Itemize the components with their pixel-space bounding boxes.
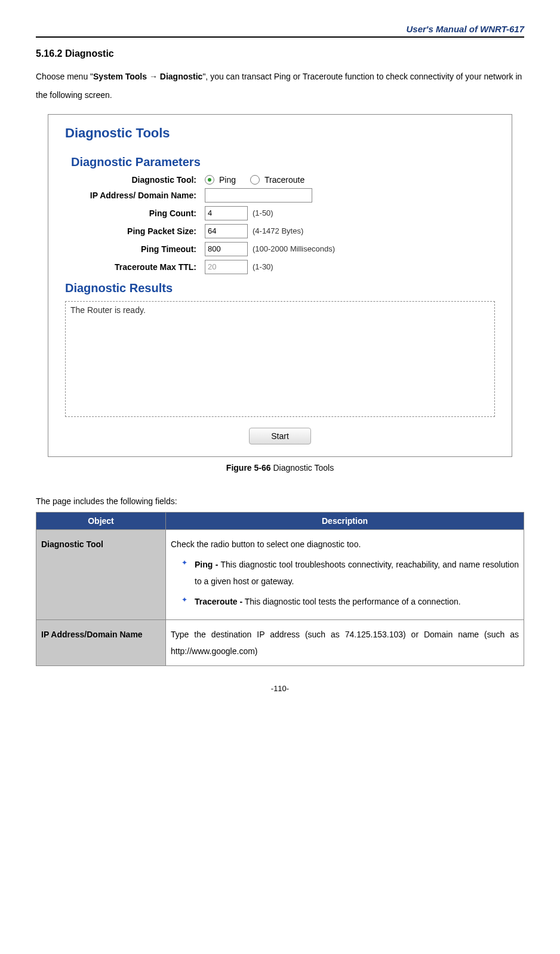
th-description: Description (166, 512, 524, 529)
row-ping-timeout: Ping Timeout: (100-2000 Milliseconds) (65, 242, 495, 256)
bullet-ping: ✦ Ping - This diagnostic tool troublesho… (181, 556, 519, 590)
results-box: The Router is ready. (65, 301, 495, 417)
label-diagnostic-tool: Diagnostic Tool: (65, 175, 205, 185)
start-button[interactable]: Start (249, 428, 311, 444)
bullet-traceroute-bold: Traceroute - (195, 597, 242, 606)
cell-object-diagnostic-tool: Diagnostic Tool (36, 529, 166, 619)
label-ping-count: Ping Count: (65, 208, 205, 218)
row-ping-packet-size: Ping Packet Size: (4-1472 Bytes) (65, 224, 495, 238)
label-ping-timeout: Ping Timeout: (65, 244, 205, 254)
manual-header-title: User's Manual of WNRT-617 (36, 24, 524, 34)
input-ping-packet-size[interactable] (205, 224, 248, 238)
results-text: The Router is ready. (70, 305, 146, 315)
label-traceroute-ttl: Traceroute Max TTL: (65, 262, 205, 272)
intro-paragraph: Choose menu "System Tools → Diagnostic",… (36, 68, 524, 105)
page-number: -110- (36, 684, 524, 693)
diagnostic-screenshot: Diagnostic Tools Diagnostic Parameters D… (48, 114, 512, 457)
screenshot-title: Diagnostic Tools (65, 125, 495, 141)
table-row: IP Address/Domain Name Type the destinat… (36, 619, 524, 665)
fields-table: Object Description Diagnostic Tool Check… (36, 512, 524, 666)
section-heading: 5.16.2 Diagnostic (36, 48, 524, 59)
cell-desc-diagnostic-tool: Check the radio button to select one dia… (166, 529, 524, 619)
row-ip-address: IP Address/ Domain Name: (65, 188, 495, 203)
intro-bold-1: System Tools (93, 72, 147, 81)
row-diagnostic-tool: Diagnostic Tool: Ping Traceroute (65, 175, 495, 185)
input-ping-count[interactable] (205, 206, 248, 220)
radio-ping[interactable] (205, 175, 214, 185)
radio-traceroute[interactable] (250, 175, 260, 185)
cell-object-ip-domain: IP Address/Domain Name (36, 619, 166, 665)
figure-caption: Figure 5-66 Diagnostic Tools (36, 463, 524, 473)
hint-ping-packet-size: (4-1472 Bytes) (253, 226, 303, 235)
radio-traceroute-label: Traceroute (264, 175, 304, 185)
fields-intro: The page includes the following fields: (36, 496, 524, 506)
radio-ping-label: Ping (219, 175, 236, 185)
hint-ping-count: (1-50) (253, 208, 273, 217)
cell-desc-ip-domain: Type the destination IP address (such as… (166, 619, 524, 665)
bullet-traceroute: ✦ Traceroute - This diagnostic tool test… (181, 593, 519, 610)
th-object: Object (36, 512, 166, 529)
label-ping-packet-size: Ping Packet Size: (65, 226, 205, 236)
figure-caption-text: Diagnostic Tools (271, 463, 334, 473)
results-subtitle: Diagnostic Results (65, 281, 495, 295)
bullet-icon: ✦ (181, 593, 187, 607)
bullet-ping-bold: Ping - (195, 560, 218, 569)
parameters-subtitle: Diagnostic Parameters (71, 155, 495, 169)
row-ping-count: Ping Count: (1-50) (65, 206, 495, 220)
hint-ping-timeout: (100-2000 Milliseconds) (253, 244, 335, 253)
hint-traceroute-ttl: (1-30) (253, 262, 273, 271)
intro-pre: Choose menu " (36, 72, 93, 81)
input-ping-timeout[interactable] (205, 242, 248, 256)
bullet-ping-rest: This diagnostic tool troubleshoots conne… (195, 560, 519, 586)
desc-intro-text: Check the radio button to select one dia… (171, 536, 519, 553)
input-ip-address[interactable] (205, 188, 312, 203)
label-ip-address: IP Address/ Domain Name: (65, 191, 205, 200)
figure-label: Figure 5-66 (226, 463, 271, 473)
input-traceroute-ttl[interactable] (205, 260, 248, 274)
bullet-icon: ✦ (181, 556, 187, 570)
row-traceroute-ttl: Traceroute Max TTL: (1-30) (65, 260, 495, 274)
table-row: Diagnostic Tool Check the radio button t… (36, 529, 524, 619)
intro-arrow: → (147, 72, 160, 81)
bullet-traceroute-rest: This diagnostic tool tests the performan… (242, 597, 461, 606)
intro-bold-2: Diagnostic (160, 72, 203, 81)
header-rule (36, 36, 524, 38)
